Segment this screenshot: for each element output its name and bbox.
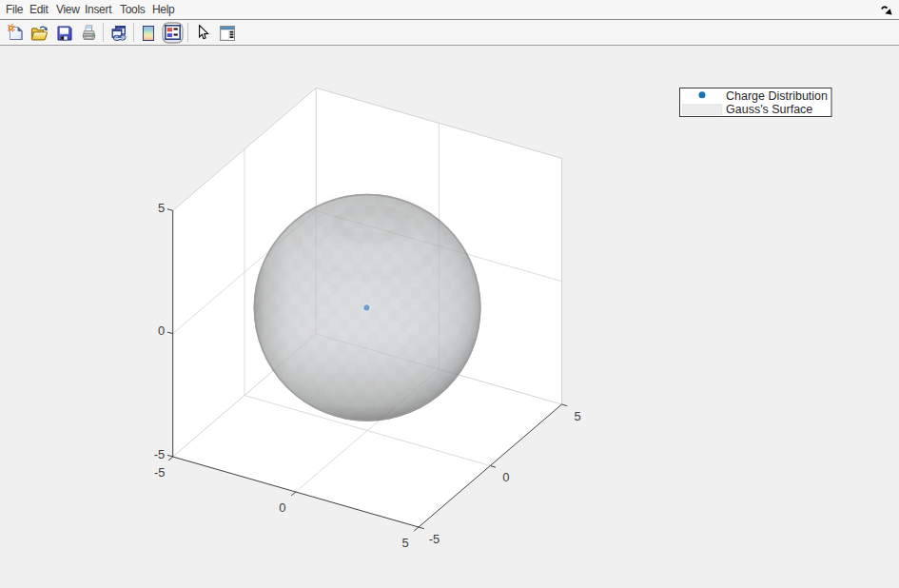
svg-text:Charge Distribution: Charge Distribution xyxy=(726,89,828,103)
svg-text:-5: -5 xyxy=(154,447,166,461)
svg-text:0: 0 xyxy=(158,323,165,338)
svg-text:5: 5 xyxy=(401,536,408,550)
svg-text:Gauss's Surface: Gauss's Surface xyxy=(726,103,812,116)
svg-text:-5: -5 xyxy=(154,465,166,480)
svg-text:5: 5 xyxy=(574,409,580,423)
svg-text:0: 0 xyxy=(502,470,509,484)
svg-text:5: 5 xyxy=(158,201,165,215)
svg-text:-5: -5 xyxy=(429,532,440,546)
svg-text:0: 0 xyxy=(279,500,285,515)
